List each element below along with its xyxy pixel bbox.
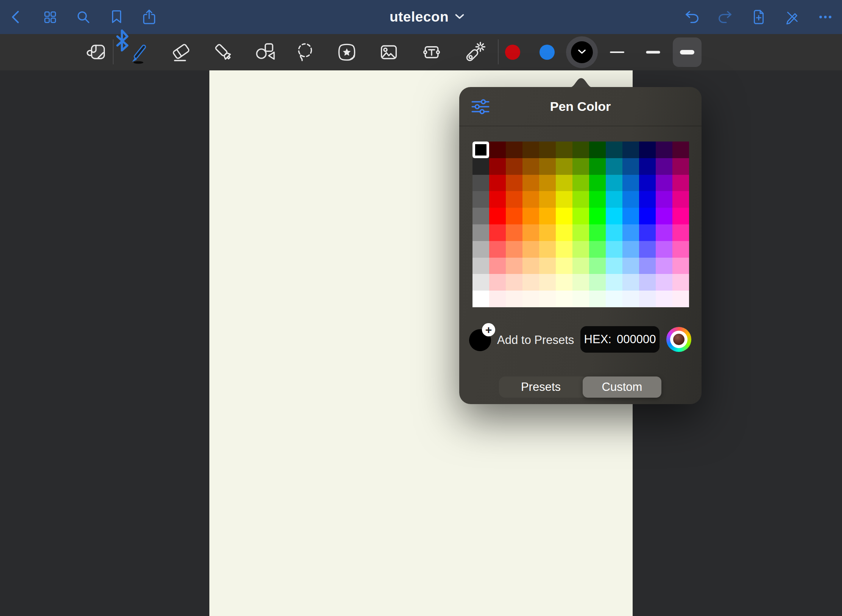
color-swatch-blue[interactable] <box>540 45 555 60</box>
document-title-button[interactable]: utelecon <box>390 9 465 25</box>
color-cell[interactable] <box>472 175 489 191</box>
color-cell[interactable] <box>472 274 489 291</box>
color-cell[interactable] <box>589 142 606 158</box>
color-cell[interactable] <box>572 175 589 191</box>
color-cell[interactable] <box>672 142 689 158</box>
add-page-button[interactable] <box>748 6 769 28</box>
color-cell[interactable] <box>489 191 506 208</box>
color-cell[interactable] <box>556 224 572 241</box>
stroke-width-thick-button-selected[interactable] <box>673 37 702 67</box>
color-cell[interactable] <box>472 241 489 258</box>
color-wheel-button[interactable] <box>666 327 691 352</box>
color-cell[interactable] <box>656 208 672 224</box>
color-cell[interactable] <box>556 175 572 191</box>
back-button[interactable] <box>6 6 27 28</box>
color-cell[interactable] <box>522 291 539 307</box>
color-cell[interactable] <box>572 224 589 241</box>
color-cell[interactable] <box>506 142 522 158</box>
eraser-tool-button[interactable] <box>167 39 195 66</box>
color-cell[interactable] <box>672 241 689 258</box>
color-cell[interactable] <box>556 274 572 291</box>
color-cell[interactable] <box>472 224 489 241</box>
color-cell[interactable] <box>506 158 522 175</box>
color-cell[interactable] <box>639 142 656 158</box>
color-cell[interactable] <box>606 191 622 208</box>
more-button[interactable] <box>815 6 836 28</box>
color-cell[interactable] <box>656 158 672 175</box>
color-cell[interactable] <box>472 208 489 224</box>
color-cell[interactable] <box>672 274 689 291</box>
color-cell[interactable] <box>639 241 656 258</box>
color-cell[interactable] <box>472 191 489 208</box>
color-cell[interactable] <box>489 258 506 274</box>
search-button[interactable] <box>73 6 94 28</box>
color-cell[interactable] <box>572 142 589 158</box>
color-cell[interactable] <box>639 175 656 191</box>
color-cell[interactable] <box>556 258 572 274</box>
sticker-tool-button[interactable] <box>333 39 360 66</box>
color-cell[interactable] <box>589 224 606 241</box>
color-cell[interactable] <box>522 241 539 258</box>
color-cell[interactable] <box>539 258 556 274</box>
color-cell[interactable] <box>472 258 489 274</box>
text-tool-button[interactable] <box>418 39 445 66</box>
color-cell[interactable] <box>656 142 672 158</box>
color-cell[interactable] <box>572 158 589 175</box>
color-cell[interactable] <box>472 291 489 307</box>
color-cell[interactable] <box>672 291 689 307</box>
color-cell[interactable] <box>506 175 522 191</box>
color-cell[interactable] <box>622 258 639 274</box>
readonly-mode-button[interactable] <box>781 6 803 28</box>
color-cell[interactable] <box>572 191 589 208</box>
color-cell[interactable] <box>622 274 639 291</box>
color-swatch-red[interactable] <box>505 45 520 60</box>
color-cell[interactable] <box>489 208 506 224</box>
color-cell[interactable] <box>489 158 506 175</box>
color-cell[interactable] <box>506 274 522 291</box>
tab-presets[interactable]: Presets <box>499 376 583 398</box>
add-to-presets-label[interactable]: Add to Presets <box>497 333 574 347</box>
bookmark-button[interactable] <box>106 6 127 28</box>
hex-input[interactable]: HEX: 000000 <box>580 326 660 353</box>
color-cell[interactable] <box>589 191 606 208</box>
color-cell[interactable] <box>622 158 639 175</box>
color-cell[interactable] <box>489 274 506 291</box>
color-cell[interactable] <box>672 191 689 208</box>
color-cell[interactable] <box>589 208 606 224</box>
color-cell[interactable] <box>522 274 539 291</box>
color-cell[interactable] <box>572 258 589 274</box>
color-cell[interactable] <box>522 258 539 274</box>
color-cell[interactable] <box>589 291 606 307</box>
color-cell[interactable] <box>656 191 672 208</box>
color-cell[interactable] <box>556 158 572 175</box>
color-cell[interactable] <box>622 224 639 241</box>
color-cell[interactable] <box>506 191 522 208</box>
color-cell[interactable] <box>639 191 656 208</box>
shapes-tool-button[interactable] <box>252 39 279 66</box>
color-cell[interactable] <box>539 191 556 208</box>
color-cell[interactable] <box>539 274 556 291</box>
color-cell[interactable] <box>489 142 506 158</box>
color-cell[interactable] <box>522 142 539 158</box>
color-cell[interactable] <box>539 175 556 191</box>
color-cell[interactable] <box>622 208 639 224</box>
color-cell[interactable] <box>556 291 572 307</box>
color-cell[interactable] <box>606 224 622 241</box>
color-swatch-black-selected[interactable] <box>566 36 598 68</box>
color-cell[interactable] <box>522 191 539 208</box>
color-cell[interactable] <box>556 241 572 258</box>
color-cell[interactable] <box>506 208 522 224</box>
color-cell[interactable] <box>606 175 622 191</box>
color-cell[interactable] <box>589 258 606 274</box>
color-cell[interactable] <box>589 274 606 291</box>
color-cell[interactable] <box>539 291 556 307</box>
color-cell[interactable] <box>572 274 589 291</box>
color-cell[interactable] <box>539 158 556 175</box>
color-cell[interactable] <box>556 208 572 224</box>
color-cell[interactable] <box>656 241 672 258</box>
color-cell[interactable] <box>472 158 489 175</box>
stroke-width-medium-button[interactable] <box>646 51 660 54</box>
color-cell[interactable] <box>522 158 539 175</box>
color-cell[interactable] <box>572 208 589 224</box>
color-cell[interactable] <box>572 241 589 258</box>
